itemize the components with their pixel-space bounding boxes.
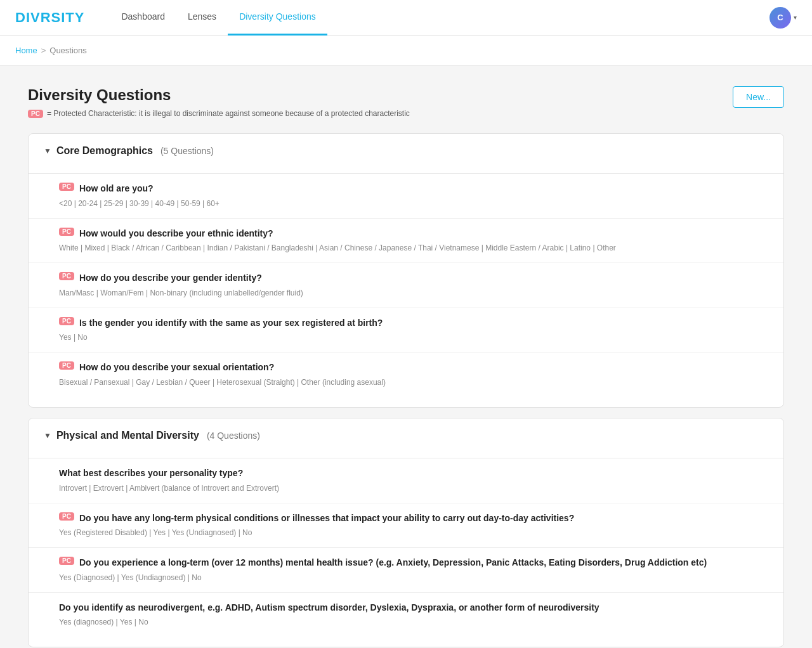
- section-count-core-demographics: (5 Questions): [160, 146, 214, 156]
- question-row: PCDo you experience a long-term (over 12…: [59, 557, 758, 569]
- question-options: Yes (diagnosed) | Yes | No: [59, 616, 758, 628]
- pc-badge: PC: [59, 557, 74, 565]
- question-text: How do you describe your gender identity…: [79, 272, 262, 285]
- user-menu[interactable]: C ▾: [769, 7, 797, 29]
- avatar[interactable]: C: [769, 7, 791, 29]
- pc-legend: PC = Protected Characteristic: it is ill…: [28, 109, 410, 118]
- question-item: PCHow do you describe your sexual orient…: [29, 352, 783, 397]
- page-title: Diversity Questions: [28, 86, 410, 104]
- question-row: PCHow would you describe your ethnic ide…: [59, 228, 758, 240]
- question-item: PCHow would you describe your ethnic ide…: [29, 218, 783, 263]
- question-item: Do you identify as neurodivergent, e.g. …: [29, 592, 783, 637]
- section-header-core-demographics[interactable]: Core Demographics(5 Questions): [29, 134, 783, 168]
- pc-badge: PC: [59, 361, 74, 370]
- main-content: Diversity Questions PC = Protected Chara…: [13, 66, 799, 648]
- question-row: PCDo you have any long-term physical con…: [59, 512, 758, 525]
- question-options: White | Mixed | Black / African / Caribb…: [59, 242, 758, 254]
- question-text: What best describes your personality typ…: [59, 467, 243, 480]
- avatar-dropdown-arrow: ▾: [794, 14, 797, 21]
- header: DIVRSITY DashboardLensesDiversity Questi…: [0, 0, 812, 36]
- nav-item-diversity-questions[interactable]: Diversity Questions: [228, 0, 327, 36]
- section-count-physical-mental: (4 Questions): [207, 431, 260, 441]
- question-text: How old are you?: [79, 183, 154, 195]
- question-item: PCHow do you describe your gender identi…: [29, 262, 783, 308]
- section-core-demographics: Core Demographics(5 Questions)PCHow old …: [28, 133, 784, 408]
- pc-badge: PC: [59, 183, 74, 191]
- main-nav: DashboardLensesDiversity Questions: [110, 0, 327, 36]
- question-row: PCHow old are you?: [59, 183, 758, 195]
- nav-item-lenses[interactable]: Lenses: [176, 0, 228, 36]
- section-title-physical-mental: Physical and Mental Diversity: [56, 430, 199, 441]
- question-item: PCDo you have any long-term physical con…: [29, 503, 783, 548]
- pc-legend-text: = Protected Characteristic: it is illega…: [47, 109, 410, 118]
- question-text: How would you describe your ethnic ident…: [79, 228, 273, 240]
- question-row: PCIs the gender you identify with the sa…: [59, 317, 758, 330]
- breadcrumb-home[interactable]: Home: [15, 46, 37, 55]
- pc-badge: PC: [59, 272, 74, 280]
- question-options: Yes | No: [59, 332, 758, 343]
- question-item: PCHow old are you?<20 | 20-24 | 25-29 | …: [29, 173, 783, 218]
- question-row: PCHow do you describe your gender identi…: [59, 272, 758, 285]
- new-button[interactable]: New...: [733, 86, 784, 108]
- page-header: Diversity Questions PC = Protected Chara…: [28, 86, 784, 118]
- question-text: Is the gender you identify with the same…: [79, 317, 383, 330]
- question-text: Do you experience a long-term (over 12 m…: [79, 557, 707, 569]
- section-toggle-physical-mental: [44, 431, 51, 440]
- pc-badge: PC: [59, 512, 74, 521]
- section-toggle-core-demographics: [44, 146, 51, 155]
- question-options: Bisexual / Pansexual | Gay / Lesbian / Q…: [59, 377, 758, 388]
- question-row: What best describes your personality typ…: [59, 467, 758, 480]
- question-options: <20 | 20-24 | 25-29 | 30-39 | 40-49 | 50…: [59, 198, 758, 209]
- question-text: Do you have any long-term physical condi…: [79, 512, 574, 525]
- section-body-physical-mental: What best describes your personality typ…: [29, 453, 783, 647]
- question-item: PCIs the gender you identify with the sa…: [29, 308, 783, 353]
- question-options: Man/Masc | Woman/Fem | Non-binary (inclu…: [59, 287, 758, 299]
- question-options: Yes (Diagnosed) | Yes (Undiagnosed) | No: [59, 572, 758, 583]
- section-body-core-demographics: PCHow old are you?<20 | 20-24 | 25-29 | …: [29, 168, 783, 407]
- pc-badge: PC: [28, 110, 43, 118]
- question-row: Do you identify as neurodivergent, e.g. …: [59, 602, 758, 614]
- pc-badge: PC: [59, 317, 74, 325]
- question-options: Yes (Registered Disabled) | Yes | Yes (U…: [59, 527, 758, 538]
- section-title-core-demographics: Core Demographics: [56, 145, 153, 157]
- question-text: How do you describe your sexual orientat…: [79, 361, 274, 374]
- breadcrumb-separator: >: [41, 46, 46, 55]
- section-header-physical-mental[interactable]: Physical and Mental Diversity(4 Question…: [29, 418, 783, 453]
- breadcrumb-current: Questions: [49, 46, 87, 55]
- question-item: PCDo you experience a long-term (over 12…: [29, 547, 783, 592]
- sections-container: Core Demographics(5 Questions)PCHow old …: [28, 133, 784, 648]
- question-item: What best describes your personality typ…: [29, 458, 783, 503]
- breadcrumb: Home > Questions: [0, 36, 812, 66]
- pc-badge: PC: [59, 228, 74, 236]
- logo[interactable]: DIVRSITY: [15, 10, 84, 26]
- question-options: Introvert | Extrovert | Ambivert (balanc…: [59, 483, 758, 494]
- question-text: Do you identify as neurodivergent, e.g. …: [59, 602, 599, 614]
- section-physical-mental: Physical and Mental Diversity(4 Question…: [28, 418, 784, 647]
- page-title-area: Diversity Questions PC = Protected Chara…: [28, 86, 410, 118]
- question-row: PCHow do you describe your sexual orient…: [59, 361, 758, 374]
- nav-item-dashboard[interactable]: Dashboard: [110, 0, 176, 36]
